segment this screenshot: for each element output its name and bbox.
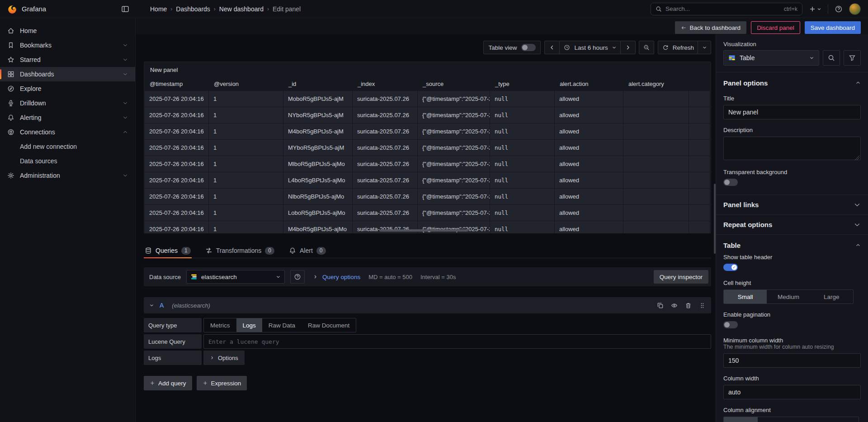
table-cell [689, 140, 710, 156]
sidebar-item-data-sources[interactable]: Data sources [0, 154, 135, 168]
panel-preview[interactable]: New panel @timestamp@version_id_index_so… [144, 62, 711, 233]
add-query-button[interactable]: Add query [144, 376, 192, 390]
time-shift-back-button[interactable] [544, 41, 560, 54]
time-range-picker[interactable]: Last 6 hours [559, 41, 620, 54]
column-header-alert-action[interactable]: alert.action [555, 77, 623, 91]
logs-options-expander[interactable]: Options [203, 351, 245, 365]
search-box[interactable]: ctrl+k [651, 3, 802, 15]
sidebar-item-bookmarks[interactable]: Bookmarks [0, 38, 135, 52]
visualization-picker[interactable]: Table [723, 50, 819, 66]
refresh-button[interactable]: Refresh [658, 41, 698, 54]
column-header--id[interactable]: _id [283, 77, 353, 91]
help-icon[interactable] [835, 5, 843, 13]
discard-panel-button[interactable]: Discard panel [751, 21, 800, 34]
column-header-alert-category[interactable]: alert.category [623, 77, 689, 91]
table-view-toggle[interactable] [521, 44, 536, 51]
cell-height-small[interactable]: Small [724, 290, 767, 303]
chevron-down-icon [122, 172, 129, 179]
tab-alert[interactable]: Alert0 [288, 243, 326, 258]
panel-title-input[interactable] [723, 105, 861, 119]
tab-queries[interactable]: Queries1 [144, 243, 192, 258]
query-editor-body: Query type MetricsLogsRaw DataRaw Docume… [144, 313, 711, 365]
hide-response-eye-icon[interactable] [671, 302, 678, 309]
alignment-center[interactable]: Center [791, 417, 825, 422]
table-cell: 2025-07-26 20:04:16 [145, 205, 209, 221]
new-menu-button[interactable] [809, 5, 821, 13]
alignment-right[interactable]: Right [825, 417, 859, 422]
sidebar-item-connections[interactable]: Connections [0, 125, 135, 139]
query-type-logs[interactable]: Logs [236, 318, 262, 332]
horizontal-scrollbar-thumb[interactable] [379, 229, 468, 232]
section-panel-links[interactable]: Panel links [716, 194, 868, 214]
sidebar-item-add-new-connection[interactable]: Add new connection [0, 139, 135, 154]
sidebar-item-dashboards[interactable]: Dashboards [0, 67, 135, 81]
query-type-metrics[interactable]: Metrics [204, 318, 236, 332]
sidebar-item-home[interactable]: Home [0, 24, 135, 38]
table-section-header[interactable]: Table [723, 235, 861, 256]
sidebar-item-explore[interactable]: Explore [0, 81, 135, 96]
sidebar-toggle-icon[interactable] [121, 5, 129, 13]
duplicate-query-icon[interactable] [657, 302, 664, 309]
table-cell: {"@timestamp":"2025-07-26T20:04:16 [418, 189, 490, 205]
table-cell: 2025-07-26 20:04:16 [145, 156, 209, 172]
breadcrumb-item-home[interactable]: Home [150, 5, 167, 13]
show-table-header-toggle[interactable] [723, 264, 738, 271]
search-visualization-button[interactable] [823, 50, 840, 66]
query-refid[interactable]: A [160, 302, 164, 309]
query-editor-header[interactable]: A (elasticsearch) [144, 297, 711, 313]
search-input[interactable] [665, 5, 780, 12]
grafana-logo-icon[interactable] [7, 4, 17, 14]
cell-height-medium[interactable]: Medium [767, 290, 810, 303]
sidebar-item-starred[interactable]: Starred [0, 52, 135, 67]
back-to-dashboard-button[interactable]: Back to dashboard [675, 21, 747, 34]
filter-options-button[interactable] [844, 50, 861, 66]
column-header--source[interactable]: _source [418, 77, 490, 91]
enable-pagination-toggle[interactable] [723, 321, 738, 328]
table-cell: null [490, 156, 555, 172]
cell-height-large[interactable]: Large [810, 290, 853, 303]
breadcrumb-item-new-dashboard[interactable]: New dashboard [219, 5, 264, 13]
vertical-scrollbar-thumb[interactable] [714, 184, 716, 254]
section-repeat-options[interactable]: Repeat options [716, 214, 868, 234]
sidebar-item-administration[interactable]: Administration [0, 168, 135, 183]
sidebar-item-drilldown[interactable]: Drilldown [0, 96, 135, 110]
refresh-interval-button[interactable] [698, 41, 711, 54]
query-options[interactable]: Query options MD = auto = 500 Interval =… [313, 273, 456, 280]
datasource-help-button[interactable] [290, 270, 305, 284]
plus-icon [203, 380, 208, 386]
collapse-chevron-icon[interactable] [149, 302, 154, 309]
table-cell [689, 221, 710, 233]
sidebar-item-alerting[interactable]: Alerting [0, 110, 135, 125]
panel-options-header[interactable]: Panel options [723, 72, 861, 93]
minimum-column-width-help: The minimum width for column auto resizi… [723, 344, 861, 350]
cell-height-label: Cell height [723, 280, 861, 286]
save-dashboard-button[interactable]: Save dashboard [805, 21, 861, 34]
drag-handle-icon[interactable] [699, 302, 706, 309]
user-avatar[interactable] [849, 3, 861, 15]
table-cell: MYboR5gBPtJs5-ajM [283, 140, 353, 156]
tab-transformations[interactable]: Transformations0 [204, 243, 275, 258]
alignment-left[interactable]: Left [758, 417, 792, 422]
column-header--type[interactable]: _type [490, 77, 555, 91]
column-width-input[interactable] [723, 385, 861, 399]
query-type-raw-document[interactable]: Raw Document [302, 318, 356, 332]
add-expression-button[interactable]: Expression [197, 376, 247, 390]
column-header--version[interactable]: @version [209, 77, 283, 91]
column-header--index[interactable]: _index [353, 77, 418, 91]
query-inspector-button[interactable]: Query inspector [654, 270, 708, 284]
panel-description-input[interactable] [723, 137, 861, 160]
time-shift-forward-button[interactable] [620, 41, 636, 54]
breadcrumb-item-dashboards[interactable]: Dashboards [176, 5, 210, 13]
table-cell: allowed [555, 189, 623, 205]
lucene-query-input[interactable] [203, 334, 711, 349]
panel-title[interactable]: New panel [144, 62, 711, 77]
minimum-column-width-input[interactable] [723, 353, 861, 368]
column-header--timestamp[interactable]: @timestamp [145, 77, 209, 91]
datasource-picker[interactable]: elasticsearch [186, 270, 285, 284]
zoom-out-time-button[interactable] [639, 41, 654, 54]
delete-query-icon[interactable] [685, 302, 692, 309]
transparent-background-toggle[interactable] [723, 179, 738, 186]
count-badge: 1 [181, 247, 191, 255]
query-type-raw-data[interactable]: Raw Data [262, 318, 302, 332]
alignment-auto[interactable]: Auto [724, 417, 758, 422]
